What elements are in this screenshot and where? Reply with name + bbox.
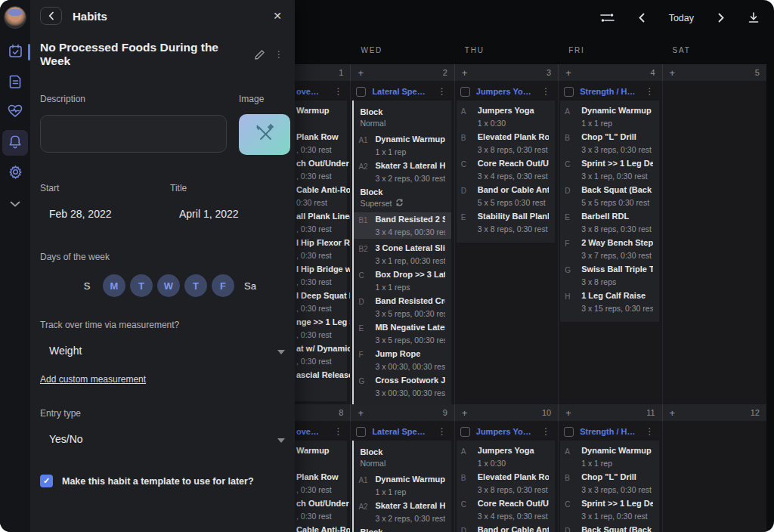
workout-menu-icon[interactable] (644, 87, 656, 96)
workout-menu-icon[interactable] (332, 87, 344, 96)
workout-card-title[interactable]: ovement Q... (296, 427, 326, 436)
workout-menu-icon[interactable] (644, 427, 656, 436)
exercise-row[interactable]: BChop "L" Drill3 x 3 reps, 0:30 rest (565, 132, 652, 154)
exercise-row[interactable]: GSwiss Ball Triple Threat3 x 8 reps (565, 264, 652, 286)
end-date-value[interactable]: April 1, 2022 (170, 208, 239, 220)
exercise-row[interactable]: DBack Squat (Back Off Set)5 x 5 reps 0:3… (565, 185, 652, 207)
exercise-row[interactable]: ch Out/Under, 0:30 rest (296, 499, 341, 521)
workout-menu-icon[interactable] (436, 87, 448, 96)
exercise-row[interactable]: B1Band Resisted 2 Step Late...3 x 4 reps… (354, 212, 450, 239)
add-workout-button[interactable]: + (670, 68, 676, 78)
exercise-row[interactable]: A2Skater 3 Lateral Hops >> ...3 x 2 reps… (358, 161, 444, 183)
day-toggle-m-1[interactable]: M (103, 274, 125, 297)
day-toggle-f-5[interactable]: F (212, 274, 234, 297)
exercise-row[interactable]: l Deep Squat Mo..., 0:30 rest (296, 291, 341, 313)
close-icon[interactable]: ✕ (270, 7, 285, 25)
workout-card-title[interactable]: Jumpers Yoga / Core (476, 427, 534, 436)
exercise-row[interactable]: AJumpers Yoga1 x 0:30 (461, 446, 549, 468)
exercise-row[interactable]: A1Dynamic Warmup1 x 1 rep (358, 475, 444, 496)
add-workout-button[interactable]: + (462, 68, 468, 78)
day-toggle-t-2[interactable]: T (130, 274, 153, 297)
workout-menu-icon[interactable] (540, 427, 552, 436)
exercise-row[interactable]: FJump Rope3 x 00:30, 00:30 rest (358, 349, 444, 371)
exercise-row[interactable]: CSprint >> 1 Leg Declarations3 x 1 rep, … (565, 499, 652, 521)
exercise-row[interactable]: Plank Row, 0:30 rest (296, 132, 341, 154)
habit-menu-icon[interactable] (273, 50, 285, 59)
exercise-row[interactable]: BChop "L" Drill3 x 3 reps, 0:30 rest (565, 472, 652, 494)
add-workout-button[interactable]: + (358, 408, 364, 418)
measurement-select[interactable]: Weight (40, 344, 285, 357)
exercise-row[interactable]: at w/ Dynamic P..., 0:30 rest (296, 344, 341, 366)
exercise-row[interactable]: A2Skater 3 Lateral Hops >> ...3 x 2 reps… (358, 501, 444, 523)
exercise-row[interactable]: F2 Way Bench Step Up3 x 7 reps, 0:30 res… (565, 238, 652, 260)
exercise-row[interactable]: Plank Row, 0:30 rest (296, 472, 341, 494)
workout-checkbox[interactable] (460, 87, 470, 97)
exercise-row[interactable]: DBand or Cable Anti Rotati...5 x 5 reps … (461, 185, 549, 207)
description-input[interactable] (40, 115, 227, 153)
add-workout-button[interactable]: + (462, 408, 468, 418)
exercise-row[interactable]: CSprint >> 1 Leg Declarations3 x 1 rep, … (565, 159, 652, 181)
exercise-row[interactable]: DBack Squat (Back Off Set)5 x 5 reps 0:3… (565, 525, 652, 532)
avatar[interactable] (4, 6, 26, 29)
day-toggle-sa-6[interactable]: Sa (239, 274, 262, 297)
day-toggle-w-3[interactable]: W (157, 274, 180, 297)
exercise-row[interactable]: EStability Ball Plank Linear ...3 x 8 re… (461, 212, 549, 234)
sidebar-item-health[interactable] (2, 100, 28, 125)
add-workout-button[interactable]: + (565, 408, 571, 418)
exercise-row[interactable]: Warmup· (296, 446, 341, 468)
entry-type-select[interactable]: Yes/No (40, 432, 285, 446)
back-button[interactable] (40, 7, 62, 25)
exercise-row[interactable]: H1 Leg Calf Raise3 x 15 reps, 0:30 rest (565, 291, 652, 313)
sidebar-item-documents[interactable] (2, 70, 28, 95)
exercise-row[interactable]: GCross Footwork Jump Rope3 x 00:30, 00:3… (358, 376, 444, 397)
add-workout-button[interactable]: + (358, 68, 364, 78)
exercise-row[interactable]: l Hip Flexor Rais..., 0:30 rest (296, 238, 341, 260)
workout-checkbox[interactable] (356, 87, 366, 97)
sidebar-item-settings[interactable] (2, 160, 28, 186)
add-workout-button[interactable]: + (670, 408, 676, 418)
workout-menu-icon[interactable] (436, 427, 448, 436)
workout-checkbox[interactable] (460, 427, 470, 437)
exercise-row[interactable]: ADynamic Warmup1 x 1 rep (565, 446, 652, 468)
sidebar-item-calendar[interactable] (2, 39, 28, 65)
exercise-row[interactable]: Cable Anti-Rotati...0:30 rest (296, 185, 341, 207)
start-date-value[interactable]: Feb 28, 2022 (40, 208, 170, 220)
sidebar-item-habits[interactable] (2, 130, 28, 156)
exercise-row[interactable]: Warmup· (296, 106, 341, 128)
exercise-row[interactable]: EMB Negative Lateral Hop...3 x 5 reps, 0… (358, 323, 444, 345)
workout-card-title[interactable]: Strength / Hypertro... (580, 87, 637, 96)
exercise-row[interactable]: DBand or Cable Anti Rotati...5 x 5 reps … (461, 525, 549, 532)
exercise-row[interactable]: BElevated Plank Row3 x 8 reps, 0:30 rest (461, 132, 549, 154)
template-checkbox[interactable]: ✓ (40, 475, 53, 487)
exercise-row[interactable]: ch Out/Under, 0:30 rest (296, 159, 341, 181)
exercise-row[interactable]: ascial Release C...· (296, 370, 341, 392)
exercise-row[interactable]: B23 Cone Lateral Slide3 x 1 rep, 00:30 r… (358, 243, 444, 265)
day-toggle-t-4[interactable]: T (184, 274, 207, 297)
exercise-row[interactable]: EBarbell RDL3 x 8 reps, 0:30 rest (565, 212, 652, 234)
exercise-row[interactable]: l Hip Bridge w/ ..., 0:30 rest (296, 264, 341, 286)
workout-checkbox[interactable] (564, 427, 574, 437)
add-custom-measurement-link[interactable]: Add custom measurement (40, 374, 146, 385)
workout-card-title[interactable]: ovement Q... (296, 87, 326, 96)
workout-menu-icon[interactable] (332, 427, 344, 436)
exercise-row[interactable]: CCore Reach Out/Under3 x 4 reps, 0:30 re… (461, 159, 549, 181)
exercise-row[interactable]: nge >> 1 Leg St..., 0:30 rest (296, 317, 341, 339)
workout-card-title[interactable]: Lateral Speed / Plyo (372, 427, 429, 436)
workout-checkbox[interactable] (564, 87, 574, 97)
exercise-row[interactable]: A1Dynamic Warmup1 x 1 rep (358, 135, 444, 156)
sidebar-collapse-chevron[interactable] (10, 196, 20, 210)
workout-card-title[interactable]: Jumpers Yoga / Core (476, 87, 534, 96)
exercise-row[interactable]: Cable Anti-Rotati...0:30 rest (296, 525, 341, 532)
workout-card-title[interactable]: Lateral Speed / Plyo (372, 87, 429, 96)
exercise-row[interactable]: ADynamic Warmup1 x 1 rep (565, 106, 652, 128)
exercise-row[interactable]: all Plank Linear ..., 0:30 rest (296, 212, 341, 234)
exercise-row[interactable]: CCore Reach Out/Under3 x 4 reps, 0:30 re… (461, 499, 549, 521)
day-toggle-s-0[interactable]: S (76, 274, 98, 297)
habit-image-tile[interactable] (239, 114, 290, 155)
workout-menu-icon[interactable] (540, 87, 552, 96)
workout-card-title[interactable]: Strength / Hypertro... (580, 427, 637, 436)
exercise-row[interactable]: BElevated Plank Row3 x 8 reps, 0:30 rest (461, 472, 549, 494)
workout-checkbox[interactable] (356, 427, 366, 437)
exercise-row[interactable]: DBand Resisted Crossover...3 x 5 reps, 0… (358, 296, 444, 318)
exercise-row[interactable]: AJumpers Yoga1 x 0:30 (461, 106, 549, 128)
